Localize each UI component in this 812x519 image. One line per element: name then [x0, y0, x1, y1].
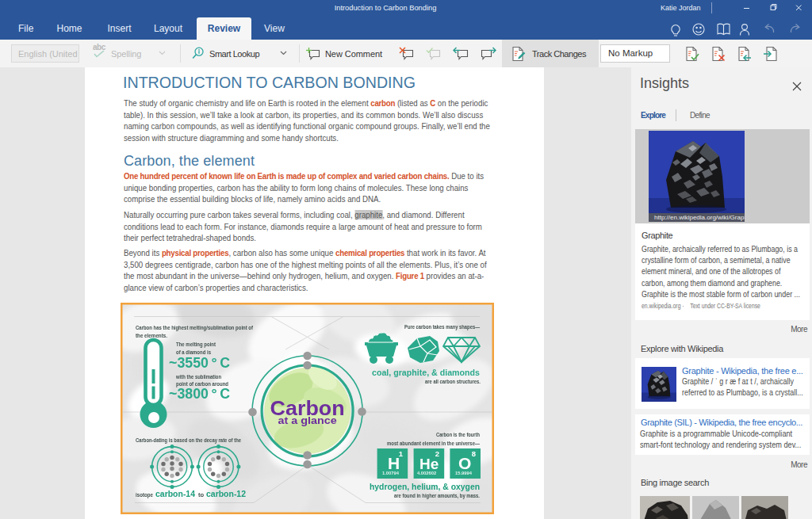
svg-text:8: 8 [472, 449, 476, 458]
svg-text:http://en.wikipedia.org/wiki/G: http://en.wikipedia.org/wiki/Graph... [654, 214, 745, 221]
svg-text:are found in higher amounts, b: are found in higher amounts, by mass. [394, 492, 480, 499]
svg-text:coal, graphite, & diamonds: coal, graphite, & diamonds [372, 368, 480, 377]
svg-text:~3550 ° C: ~3550 ° C [169, 354, 230, 371]
svg-text:4.002602: 4.002602 [417, 471, 436, 475]
svg-text:Pure carbon takes many shapes—: Pure carbon takes many shapes— [404, 323, 480, 330]
svg-text:at a glance: at a glance [278, 415, 337, 426]
svg-text:the elements.: the elements. [136, 332, 167, 339]
svg-text:1: 1 [399, 449, 404, 458]
svg-text:2: 2 [435, 449, 439, 458]
svg-text:most abundant element in the u: most abundant element in the universe— [387, 440, 480, 447]
svg-text:The melting point: The melting point [176, 341, 216, 348]
svg-text:~3800 ° C: ~3800 ° C [169, 385, 230, 402]
svg-text:isotope: isotope [136, 491, 153, 498]
svg-text:carbon-12: carbon-12 [206, 489, 246, 498]
svg-text:Carbon-dating is based on the: Carbon-dating is based on the decay rate… [136, 437, 241, 444]
svg-text:Carbon is the fourth: Carbon is the fourth [436, 431, 480, 438]
svg-text:hydrogen, helium, & oxygen: hydrogen, helium, & oxygen [370, 482, 480, 491]
svg-text:15.9994: 15.9994 [455, 471, 473, 475]
svg-text:to: to [198, 491, 205, 498]
svg-text:carbon-14: carbon-14 [155, 489, 196, 498]
svg-text:1.00794: 1.00794 [382, 471, 400, 475]
svg-text:with the sublimation: with the sublimation [175, 373, 221, 380]
svg-text:are all carbon structures.: are all carbon structures. [425, 378, 481, 385]
svg-text:Carbon has the highest melting: Carbon has the highest melting/sublimati… [136, 324, 253, 331]
